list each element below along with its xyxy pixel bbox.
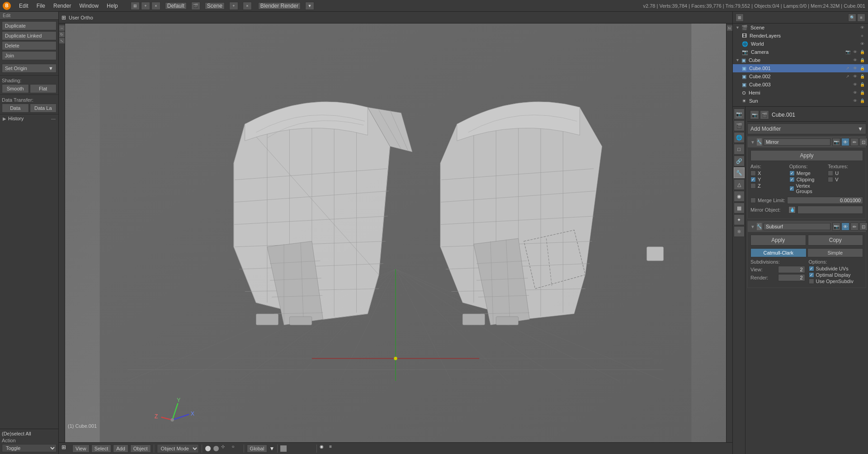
outliner-item-camera[interactable]: 📷 Camera 📷 👁 🔒: [733, 48, 868, 56]
duplicate-button[interactable]: Duplicate: [2, 21, 57, 30]
viewport-type-icon[interactable]: ⊞: [61, 14, 66, 21]
mirror-obj-eyedropper[interactable]: 💧: [788, 206, 796, 213]
outliner-type-icon[interactable]: ⊞: [736, 14, 744, 22]
cam-lock-icon[interactable]: 🔒: [859, 49, 865, 55]
viewport-wire-dot[interactable]: [213, 445, 219, 452]
editor-mode-toggle[interactable]: +: [141, 2, 150, 10]
menu-file[interactable]: File: [33, 2, 49, 10]
scene-3d[interactable]: X Y Z (1) Cube.001: [59, 24, 732, 442]
snap-btn[interactable]: ⊹: [221, 444, 230, 453]
catmull-clark-button[interactable]: Catmull-Clark: [750, 248, 807, 257]
outliner-filter-btn[interactable]: ≡: [857, 14, 865, 22]
prop-icon-constraint[interactable]: 🔗: [734, 156, 745, 166]
simple-button[interactable]: Simple: [807, 248, 863, 257]
cube-eye-icon[interactable]: 👁: [852, 57, 858, 63]
tool-scale[interactable]: ⤡: [59, 38, 65, 43]
prop-icon-scene[interactable]: 🎬: [734, 120, 745, 131]
sun-eye-icon[interactable]: 👁: [852, 98, 858, 104]
axis-y-checkbox[interactable]: [750, 177, 756, 182]
duplicate-linked-button[interactable]: Duplicate Linked: [2, 31, 57, 40]
mirror-name-input[interactable]: [764, 138, 830, 146]
render-engine-dropdown[interactable]: ▼: [305, 2, 314, 10]
data-button[interactable]: Data: [2, 104, 29, 113]
join-button[interactable]: Join: [2, 51, 57, 60]
remove-scene-btn[interactable]: ×: [243, 2, 252, 10]
mirror-edit-icon[interactable]: ✏: [850, 138, 859, 146]
add-modifier-button[interactable]: Add Modifier ▼: [747, 123, 866, 134]
view-value-input[interactable]: [778, 266, 805, 273]
viewport-options-btn[interactable]: ≡: [329, 444, 338, 453]
render-value-input[interactable]: [778, 274, 805, 281]
prop-icon-particles[interactable]: ✦: [734, 214, 745, 225]
cube001-eye-icon[interactable]: 👁: [852, 65, 858, 71]
prop-scene-icon[interactable]: 🎬: [760, 110, 769, 119]
tex-v-checkbox[interactable]: [828, 177, 833, 182]
subsurf-realtime-icon[interactable]: 👁: [841, 222, 849, 231]
subdivide-uvs-checkbox[interactable]: [809, 266, 814, 271]
menu-render[interactable]: Render: [50, 2, 75, 10]
prop-icon-modifier[interactable]: 🔧: [734, 167, 745, 178]
viewport[interactable]: ⊞ User Ortho ↔ ↻ ⤡ N: [59, 12, 732, 454]
vgroups-checkbox[interactable]: [789, 186, 794, 191]
cube003-eye-icon[interactable]: 👁: [852, 81, 858, 88]
prop-render-icon[interactable]: 📷: [750, 110, 759, 119]
outliner-item-cube001[interactable]: ▣ Cube.001 ↗ 👁 🔒: [733, 64, 868, 72]
cube001-lock-icon[interactable]: 🔒: [859, 65, 865, 71]
prop-icon-object[interactable]: □: [734, 144, 745, 155]
outliner-search-btn[interactable]: 🔍: [848, 14, 856, 22]
data-la-button[interactable]: Data La: [30, 104, 57, 113]
prop-icon-world[interactable]: 🌐: [734, 132, 745, 143]
global-btn[interactable]: Global: [247, 445, 268, 453]
menu-window[interactable]: Window: [75, 2, 102, 10]
layer-5[interactable]: [307, 445, 314, 452]
history-section[interactable]: ▶ History —: [0, 114, 58, 123]
select-menu-btn[interactable]: Select: [91, 445, 112, 453]
merge-limit-toggle[interactable]: [750, 198, 756, 203]
subsurf-apply-button[interactable]: Apply: [750, 235, 806, 246]
mirror-realtime-icon[interactable]: 👁: [841, 138, 849, 146]
cube003-lock-icon[interactable]: 🔒: [859, 81, 865, 88]
editor-type-icon[interactable]: ⊞: [131, 2, 140, 10]
mirror-obj-input-field[interactable]: [797, 206, 863, 214]
outliner-item-cube002[interactable]: ▣ Cube.002 ↗ 👁 🔒: [733, 72, 868, 80]
view-menu-btn[interactable]: View: [72, 445, 90, 453]
global-dropdown[interactable]: ▼: [269, 445, 274, 452]
outliner-item-renderlayers[interactable]: 🎞 RenderLayers +: [733, 32, 868, 40]
mirror-render-icon[interactable]: 📷: [832, 138, 840, 146]
subsurf-name-input[interactable]: [764, 223, 830, 230]
prop-icon-physics[interactable]: ⚛: [734, 226, 745, 237]
tool-translate[interactable]: ↔: [59, 25, 65, 31]
clipping-checkbox[interactable]: [789, 177, 795, 182]
proportional-btn[interactable]: ○: [232, 444, 241, 453]
add-menu-btn[interactable]: Add: [113, 445, 128, 453]
object-mode-select[interactable]: Object Mode Edit Mode Sculpt Mode: [157, 444, 199, 453]
axis-z-checkbox[interactable]: [750, 183, 756, 189]
mirror-cage-icon[interactable]: ⊡: [859, 138, 868, 146]
layer-3[interactable]: [294, 445, 300, 452]
scene-icon-btn[interactable]: 🎬: [191, 2, 200, 10]
axis-x-checkbox[interactable]: [750, 170, 756, 176]
outliner-item-scene[interactable]: ▼ 🎬 Scene 👁: [733, 24, 868, 32]
right-tool-1[interactable]: N: [727, 25, 732, 31]
subsurf-cage-icon[interactable]: ⊡: [859, 222, 868, 231]
menu-help[interactable]: Help: [103, 2, 122, 10]
render-preview-btn[interactable]: ◉: [320, 444, 329, 453]
cube001-restrict-icon[interactable]: ↗: [844, 65, 851, 71]
cam-eye-icon[interactable]: 👁: [852, 49, 858, 55]
cam-cam-icon[interactable]: 📷: [844, 49, 851, 55]
cube002-restrict-icon[interactable]: ↗: [844, 73, 851, 80]
subsurf-copy-button[interactable]: Copy: [808, 235, 863, 246]
set-origin-button[interactable]: Set Origin ▼: [2, 64, 57, 73]
outliner-item-cube-parent[interactable]: ▼ ▣ Cube 👁 🔒: [733, 56, 868, 64]
mirror-apply-button[interactable]: Apply: [750, 150, 863, 161]
flat-button[interactable]: Flat: [30, 84, 57, 93]
object-menu-btn[interactable]: Object: [130, 445, 151, 453]
action-dropdown[interactable]: Toggle: [2, 444, 57, 452]
tex-u-checkbox[interactable]: [828, 170, 833, 176]
merge-checkbox[interactable]: [789, 170, 795, 176]
editor-mode-toggle2[interactable]: ×: [151, 2, 160, 10]
prop-icon-texture[interactable]: ▦: [734, 203, 745, 213]
cube-lock-icon[interactable]: 🔒: [859, 57, 865, 63]
outliner-item-world[interactable]: 🌐 World 👁: [733, 40, 868, 48]
use-opensubdiv-checkbox[interactable]: [809, 279, 814, 284]
